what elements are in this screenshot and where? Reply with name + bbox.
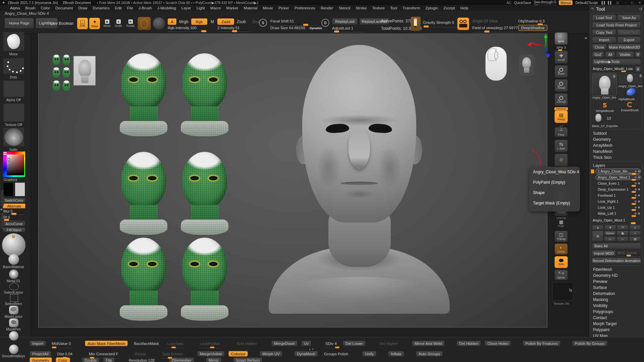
bottom-bar-button[interactable]: Import (30, 341, 46, 346)
mini-head-thumb[interactable] (63, 80, 70, 91)
bottom-bar-button[interactable]: Delete (132, 351, 148, 357)
palette-reset-icon[interactable]: ↺ (639, 7, 642, 11)
gradient-label[interactable]: Gradient (0, 178, 26, 182)
switch-color-button[interactable]: SwitchColor (3, 198, 25, 203)
layer-eye-icon[interactable] (638, 182, 640, 184)
subpalette-header[interactable]: Visibility (591, 303, 642, 309)
basic-material-thumb[interactable] (8, 254, 19, 265)
smooth-thumb[interactable] (9, 331, 18, 341)
mdd-speed-slider[interactable]: MDD Speed (617, 250, 641, 256)
bottom-bar-button[interactable]: MergeDown (271, 341, 298, 346)
goz-visible-button[interactable]: Visible (616, 51, 634, 58)
bottom-bar-button[interactable]: MidValue 0 (50, 341, 73, 346)
layer-eye-icon[interactable] (638, 194, 640, 196)
right-shelf-spix[interactable]: SPix 3 (553, 46, 570, 51)
document-canvas[interactable] (38, 34, 547, 327)
subpalette-header[interactable]: Subtool (591, 130, 642, 136)
field-of-view-slider[interactable]: Field of view(deg) 27.5977 (472, 25, 523, 32)
layer-row[interactable]: Forehead 1 (595, 193, 641, 198)
minimize-button[interactable]: ╶ (623, 1, 627, 4)
mrgb-button[interactable]: Mrgb (179, 19, 188, 24)
see-through-slider[interactable]: See-through 0 (534, 0, 556, 5)
bottom-bar-button[interactable]: Morph UV (260, 351, 282, 357)
menu-item[interactable]: Preferences (292, 6, 318, 10)
clone-button[interactable]: Clone (592, 44, 607, 50)
left-tray-arrow-icon[interactable]: ▶ (1, 208, 3, 211)
subpalette-header[interactable]: FiberMesh (591, 266, 642, 273)
menu-item[interactable]: Zplugin (423, 6, 441, 10)
menu-item[interactable]: Picker (276, 6, 292, 10)
export-button[interactable]: Export (617, 37, 641, 43)
make-polymesh3d-button[interactable]: Make PolyMesh3D (608, 44, 641, 50)
home-page-button[interactable]: Home Page (4, 18, 34, 28)
layer-eye-icon[interactable] (638, 188, 640, 190)
stroke-icon[interactable]: S (259, 19, 267, 27)
layer-move-down-button[interactable]: ▼ (604, 225, 616, 230)
bottom-bar-button[interactable]: ProjectAll (30, 351, 51, 357)
layer-duplicate-button[interactable]: ▣ (616, 231, 628, 236)
restore-button[interactable]: ◻ (630, 1, 635, 4)
scale-button[interactable]: SScale (113, 18, 123, 29)
current-stroke-thumb[interactable] (3, 58, 24, 74)
bottom-bar-button[interactable]: Flip (103, 357, 115, 362)
subtool-mini-grid[interactable] (53, 55, 71, 92)
subpalette-header[interactable]: Preview (591, 279, 642, 285)
subpalette-header[interactable]: Masking (591, 297, 642, 303)
window-layout-icon[interactable]: ◫ (615, 1, 620, 4)
right-shelf-solo[interactable]: Solo (553, 256, 570, 268)
layer-merge-button[interactable]: ↳ (629, 225, 641, 230)
edit-button[interactable]: Edit (77, 18, 88, 29)
subpalette-header[interactable]: Morph Target (591, 321, 642, 327)
bottom-bar-button[interactable]: Smart ReSym (233, 357, 263, 362)
z-intensity-slider[interactable]: Z Intensity 51 (217, 25, 250, 32)
menu-item[interactable]: Tool (387, 6, 400, 10)
bottom-bar-button[interactable]: BackfaceMask (131, 341, 161, 346)
menu-item[interactable]: Movie (260, 6, 276, 10)
bottom-bar-button[interactable]: Del Lower (343, 341, 366, 346)
mini-head-thumb[interactable] (63, 67, 70, 78)
bottom-bar-button[interactable]: Split Screen (160, 351, 185, 357)
subpalette-header[interactable]: Contact (591, 315, 642, 321)
layer-row[interactable]: Wink_Left 1 (595, 211, 641, 216)
move-button[interactable]: MMove (102, 18, 112, 29)
obj-shadow-slider[interactable]: ObjShadow 0.3 (518, 19, 545, 25)
menus-button[interactable]: Menus (559, 0, 573, 5)
rgb-intensity-slider[interactable]: Rgb Intensity 100 (168, 25, 207, 32)
layer-eye-icon[interactable] (638, 213, 640, 215)
layer-folder-button[interactable]: ▭ (604, 236, 616, 241)
layer-eye-icon[interactable] (638, 206, 640, 208)
layer-delete-button[interactable]: × (629, 231, 641, 236)
alphabrush-thumb[interactable] (618, 88, 642, 97)
menu-item[interactable]: Edit (112, 6, 124, 10)
layer-row[interactable]: Close_Eyes 1 (595, 181, 641, 186)
recent-tool-thumb[interactable]: 9 (618, 73, 642, 83)
camera-view-button[interactable] (457, 17, 469, 30)
active-layer-slider[interactable]: Angry_Open_Mout 1 (593, 218, 640, 224)
draw-button[interactable]: ✚ Draw (89, 18, 100, 29)
color-picker[interactable] (3, 152, 25, 177)
texture-preview-thumb[interactable]: Te (552, 282, 573, 300)
right-shelf-zoom[interactable]: Zoom (553, 65, 570, 78)
right-shelf-scroll[interactable]: ✚Scroll (553, 51, 570, 64)
menu-item[interactable]: Draw (75, 6, 90, 10)
bottom-bar-button[interactable]: Uv (301, 341, 311, 346)
paint-a-button[interactable]: A (168, 18, 176, 25)
layer-row[interactable]: Look_Right 1 (595, 199, 641, 204)
sculptris-pro-button[interactable] (138, 17, 151, 30)
menu-item[interactable]: Stencil (336, 6, 353, 10)
bottom-bar-button[interactable]: Dist 0.04 (55, 351, 75, 357)
menu-item[interactable]: Dynamics (90, 6, 112, 10)
rgb-button[interactable]: Rgb (191, 18, 207, 25)
zsub-button[interactable]: Zsub (237, 19, 246, 24)
right-shelf-aahalf[interactable]: AAHalf (553, 93, 570, 106)
layer-invert-button[interactable]: ▱ (616, 236, 628, 241)
subpalette-header[interactable]: Deformation (591, 291, 642, 297)
metal01-thumb[interactable] (9, 269, 18, 279)
layer-eye-icon[interactable] (638, 200, 640, 202)
bottom-bar-button[interactable]: Mirror (206, 357, 221, 362)
dynamic-tag[interactable]: Dynamic (310, 26, 322, 30)
subpalette-header[interactable]: ArrayMesh (591, 142, 642, 148)
subpalette-header[interactable]: Geometry HD (591, 273, 642, 279)
deep-shadow-button[interactable]: DeepShadow (518, 25, 547, 31)
draw-size-slider[interactable]: Draw Size 64.88109 Dynamic (270, 25, 322, 30)
